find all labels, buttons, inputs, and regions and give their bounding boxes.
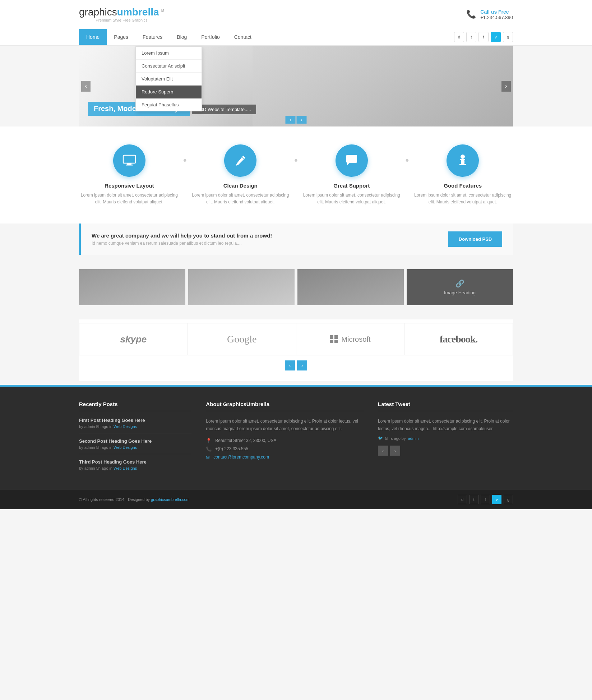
gallery-item-2[interactable] <box>188 269 295 305</box>
tweet-next-arrow[interactable]: › <box>390 446 400 456</box>
svg-rect-5 <box>460 159 465 160</box>
tweet-prev-arrow[interactable]: ‹ <box>378 446 388 456</box>
footer-tweet-heading: Latest Tweet <box>378 401 513 411</box>
social-icon-facebook[interactable]: f <box>478 32 489 42</box>
footer-post-3: Third Post Heading Goes Here by admin 5h… <box>79 459 191 470</box>
gallery-item-3[interactable] <box>297 269 404 305</box>
social-icon-deviantart[interactable]: d <box>454 32 464 42</box>
dropdown-item-5[interactable]: Feguiat Phasellus <box>136 98 202 111</box>
social-icon-vimeo[interactable]: v <box>491 32 501 42</box>
footer-social-icon-t[interactable]: t <box>469 495 478 504</box>
footer-social-icon-v[interactable]: v <box>492 495 501 504</box>
partner-google[interactable]: Google <box>188 323 296 355</box>
footer-post-2-title: Second Post Heading Goes Here <box>79 438 191 444</box>
partners-next-arrow[interactable]: › <box>297 360 307 370</box>
footer-contact-phone: 📞 +(0) 223.335.555 <box>206 446 364 452</box>
footer-bottom-social: d t f v g <box>458 495 513 504</box>
partner-skype[interactable]: skype <box>79 323 188 355</box>
tweet-author-link[interactable]: admin <box>408 436 418 441</box>
dropdown-item-1[interactable]: Lorem Ipsum <box>136 47 202 60</box>
footer-post-1-title: First Post Heading Goes Here <box>79 418 191 423</box>
hero-prev-arrow[interactable]: ‹ <box>81 81 91 92</box>
dropdown-item-2[interactable]: Consectetur Adiscipit <box>136 60 202 73</box>
cta-heading: We are great company and we will help yo… <box>92 232 272 239</box>
gallery-item-1[interactable] <box>79 269 185 305</box>
nav-left: Home Pages Features Lorem Ipsum Consecte… <box>79 29 259 45</box>
call-free-label: Call us Free <box>480 9 513 15</box>
footer-social-icon-d[interactable]: d <box>458 495 467 504</box>
social-icon-twitter[interactable]: t <box>466 32 476 42</box>
partner-facebook[interactable]: facebook. <box>404 323 513 355</box>
tweet-meta: 🐦 5hrs ago by admin <box>378 436 513 441</box>
pen-icon <box>233 153 248 168</box>
footer-social-icon-f[interactable]: f <box>481 495 490 504</box>
nav-item-home[interactable]: Home <box>79 29 107 45</box>
svg-point-4 <box>461 155 465 159</box>
logo-tagline: Premium Style Free Graphics <box>96 18 147 22</box>
gallery-image-heading: Image Heading <box>444 290 476 295</box>
footer-copy-link[interactable]: graphicsumbrella.com <box>151 497 190 502</box>
footer: Recently Posts First Post Heading Goes H… <box>0 387 592 490</box>
footer-bottom: © All rights reserved 2014 - Designed by… <box>0 490 592 509</box>
footer-email-link[interactable]: contact@loremcompany.com <box>213 455 269 460</box>
feature-title-4: Good Features <box>444 183 482 189</box>
partner-microsoft[interactable]: Microsoft <box>296 323 405 355</box>
header: graphicsumbrellaTM Premium Style Free Gr… <box>0 0 592 29</box>
microsoft-grid-icon <box>330 335 338 343</box>
footer-post-3-cat[interactable]: Web Designs <box>114 466 137 470</box>
feature-title-2: Clean Design <box>223 183 258 189</box>
logo-accent: umbrella <box>117 6 159 18</box>
phone-number: +1.234.567.890 <box>480 15 513 20</box>
nav-item-blog[interactable]: Blog <box>170 29 194 45</box>
footer-contact-email: ✉ contact@loremcompany.com <box>206 455 364 460</box>
footer-post-2-cat[interactable]: Web Designs <box>114 445 137 450</box>
email-icon-footer: ✉ <box>206 455 210 460</box>
footer-post-1-meta: by admin 5h ago in Web Designs <box>79 424 191 429</box>
nav-item-features[interactable]: Features Lorem Ipsum Consectetur Adiscip… <box>135 29 170 45</box>
cta-button[interactable]: Download PSD <box>448 231 502 247</box>
logo-tm: TM <box>159 9 164 13</box>
feature-title-3: Great Support <box>333 183 370 189</box>
navbar: Home Pages Features Lorem Ipsum Consecte… <box>0 29 592 46</box>
gallery-section: 🔗 Image Heading <box>79 269 513 305</box>
hero-next-arrow[interactable]: › <box>501 81 511 92</box>
partners-prev-arrow[interactable]: ‹ <box>285 360 295 370</box>
nav-item-portfolio[interactable]: Portfolio <box>194 29 227 45</box>
dropdown-item-3[interactable]: Voluptatem Elit <box>136 73 202 86</box>
partners-section: skype Google Microsoft facebook. ‹ › <box>79 319 513 381</box>
footer-col-posts: Recently Posts First Post Heading Goes H… <box>79 401 191 475</box>
chess-icon <box>455 153 470 168</box>
gallery-link-icon: 🔗 <box>455 279 464 288</box>
features-section: Responsive Layout Lorem ipsum dolor sit … <box>0 126 592 224</box>
logo-plain: graphics <box>79 6 117 18</box>
features-dropdown: Lorem Ipsum Consectetur Adiscipit Volupt… <box>135 46 202 111</box>
feature-title-1: Responsive Layout <box>105 183 154 189</box>
footer-post-2-meta: by admin 5h ago in Web Designs <box>79 445 191 450</box>
feature-icon-2 <box>224 144 256 177</box>
partners-grid: skype Google Microsoft facebook. <box>79 323 513 355</box>
nav-item-contact[interactable]: Contact <box>227 29 259 45</box>
feature-item-3: Great Support Lorem ipsum dolor sit amet… <box>301 144 402 206</box>
cta-text: We are great company and we will help yo… <box>92 232 272 246</box>
svg-rect-1 <box>127 163 131 165</box>
feature-icon-4 <box>447 144 479 177</box>
footer-social-icon-g[interactable]: g <box>504 495 513 504</box>
hero-dot-prev[interactable]: ‹ <box>286 116 296 124</box>
footer-post-3-meta: by admin 5h ago in Web Designs <box>79 466 191 470</box>
svg-rect-0 <box>123 155 135 163</box>
partners-nav: ‹ › <box>79 360 513 370</box>
tweet-nav: ‹ › <box>378 446 513 456</box>
nav-item-pages[interactable]: Pages <box>107 29 135 45</box>
contact-area: 📞 Call us Free +1.234.567.890 <box>466 9 513 20</box>
dropdown-item-4-selected[interactable]: Redore Superb <box>136 86 202 98</box>
nav-social-icons: d t f v g <box>454 32 513 42</box>
feature-desc-2: Lorem ipsum dolor sit amet, consectetur … <box>190 192 291 206</box>
footer-post-1-cat[interactable]: Web Designs <box>114 424 137 429</box>
social-icon-google[interactable]: g <box>503 32 513 42</box>
hero-dot-next[interactable]: › <box>297 116 307 124</box>
footer-phone-text: +(0) 223.335.555 <box>215 446 248 451</box>
location-icon: 📍 <box>206 438 212 443</box>
feature-icon-1 <box>113 144 145 177</box>
footer-post-2: Second Post Heading Goes Here by admin 5… <box>79 438 191 454</box>
gallery-item-4[interactable]: 🔗 Image Heading <box>407 269 513 305</box>
